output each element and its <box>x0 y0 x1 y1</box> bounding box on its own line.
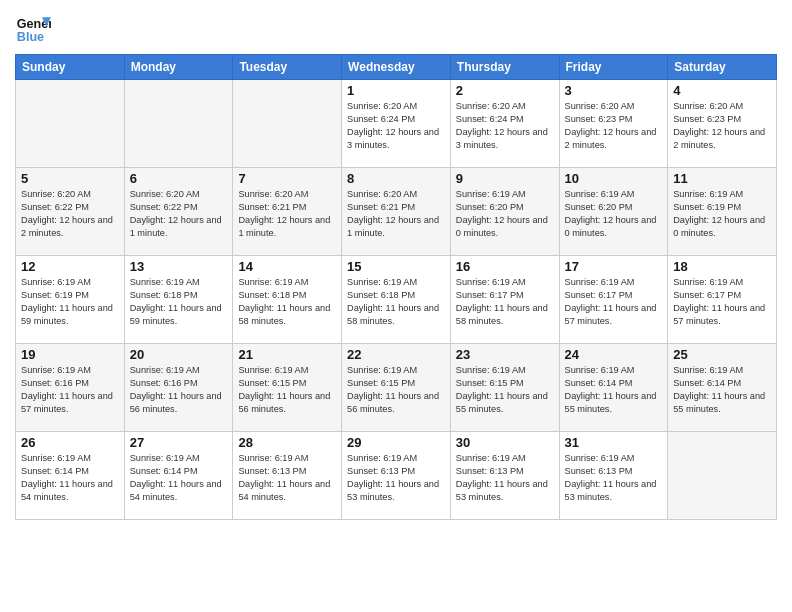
calendar-table: SundayMondayTuesdayWednesdayThursdayFrid… <box>15 54 777 520</box>
calendar-cell: 23Sunrise: 6:19 AM Sunset: 6:15 PM Dayli… <box>450 344 559 432</box>
calendar-cell <box>16 80 125 168</box>
calendar-cell: 29Sunrise: 6:19 AM Sunset: 6:13 PM Dayli… <box>342 432 451 520</box>
day-info: Sunrise: 6:20 AM Sunset: 6:24 PM Dayligh… <box>347 100 445 152</box>
day-number: 9 <box>456 171 554 186</box>
calendar-cell: 31Sunrise: 6:19 AM Sunset: 6:13 PM Dayli… <box>559 432 668 520</box>
calendar-cell: 24Sunrise: 6:19 AM Sunset: 6:14 PM Dayli… <box>559 344 668 432</box>
calendar-week-3: 19Sunrise: 6:19 AM Sunset: 6:16 PM Dayli… <box>16 344 777 432</box>
day-number: 16 <box>456 259 554 274</box>
day-info: Sunrise: 6:20 AM Sunset: 6:21 PM Dayligh… <box>238 188 336 240</box>
calendar-cell: 14Sunrise: 6:19 AM Sunset: 6:18 PM Dayli… <box>233 256 342 344</box>
header: General Blue <box>15 10 777 46</box>
calendar-cell: 19Sunrise: 6:19 AM Sunset: 6:16 PM Dayli… <box>16 344 125 432</box>
calendar-cell: 11Sunrise: 6:19 AM Sunset: 6:19 PM Dayli… <box>668 168 777 256</box>
day-info: Sunrise: 6:19 AM Sunset: 6:16 PM Dayligh… <box>21 364 119 416</box>
calendar-cell: 7Sunrise: 6:20 AM Sunset: 6:21 PM Daylig… <box>233 168 342 256</box>
day-info: Sunrise: 6:19 AM Sunset: 6:13 PM Dayligh… <box>456 452 554 504</box>
day-number: 6 <box>130 171 228 186</box>
day-number: 12 <box>21 259 119 274</box>
calendar-cell: 8Sunrise: 6:20 AM Sunset: 6:21 PM Daylig… <box>342 168 451 256</box>
day-info: Sunrise: 6:19 AM Sunset: 6:15 PM Dayligh… <box>238 364 336 416</box>
day-number: 2 <box>456 83 554 98</box>
calendar-cell: 21Sunrise: 6:19 AM Sunset: 6:15 PM Dayli… <box>233 344 342 432</box>
weekday-header-monday: Monday <box>124 55 233 80</box>
day-info: Sunrise: 6:19 AM Sunset: 6:13 PM Dayligh… <box>565 452 663 504</box>
day-info: Sunrise: 6:20 AM Sunset: 6:22 PM Dayligh… <box>21 188 119 240</box>
day-info: Sunrise: 6:19 AM Sunset: 6:14 PM Dayligh… <box>21 452 119 504</box>
day-number: 19 <box>21 347 119 362</box>
calendar-cell <box>233 80 342 168</box>
calendar-cell: 28Sunrise: 6:19 AM Sunset: 6:13 PM Dayli… <box>233 432 342 520</box>
calendar-cell: 1Sunrise: 6:20 AM Sunset: 6:24 PM Daylig… <box>342 80 451 168</box>
weekday-header-thursday: Thursday <box>450 55 559 80</box>
day-number: 15 <box>347 259 445 274</box>
day-number: 8 <box>347 171 445 186</box>
day-number: 29 <box>347 435 445 450</box>
calendar-cell: 13Sunrise: 6:19 AM Sunset: 6:18 PM Dayli… <box>124 256 233 344</box>
weekday-header-saturday: Saturday <box>668 55 777 80</box>
calendar-cell: 25Sunrise: 6:19 AM Sunset: 6:14 PM Dayli… <box>668 344 777 432</box>
day-number: 4 <box>673 83 771 98</box>
day-info: Sunrise: 6:19 AM Sunset: 6:15 PM Dayligh… <box>347 364 445 416</box>
day-number: 24 <box>565 347 663 362</box>
calendar-cell: 17Sunrise: 6:19 AM Sunset: 6:17 PM Dayli… <box>559 256 668 344</box>
calendar-cell: 20Sunrise: 6:19 AM Sunset: 6:16 PM Dayli… <box>124 344 233 432</box>
day-number: 11 <box>673 171 771 186</box>
day-info: Sunrise: 6:19 AM Sunset: 6:13 PM Dayligh… <box>347 452 445 504</box>
day-info: Sunrise: 6:19 AM Sunset: 6:20 PM Dayligh… <box>565 188 663 240</box>
day-number: 28 <box>238 435 336 450</box>
day-number: 5 <box>21 171 119 186</box>
day-number: 20 <box>130 347 228 362</box>
day-number: 13 <box>130 259 228 274</box>
calendar-cell: 9Sunrise: 6:19 AM Sunset: 6:20 PM Daylig… <box>450 168 559 256</box>
calendar-cell: 15Sunrise: 6:19 AM Sunset: 6:18 PM Dayli… <box>342 256 451 344</box>
calendar-cell: 12Sunrise: 6:19 AM Sunset: 6:19 PM Dayli… <box>16 256 125 344</box>
weekday-header-row: SundayMondayTuesdayWednesdayThursdayFrid… <box>16 55 777 80</box>
calendar-cell: 4Sunrise: 6:20 AM Sunset: 6:23 PM Daylig… <box>668 80 777 168</box>
day-info: Sunrise: 6:19 AM Sunset: 6:20 PM Dayligh… <box>456 188 554 240</box>
day-number: 18 <box>673 259 771 274</box>
day-number: 31 <box>565 435 663 450</box>
day-number: 1 <box>347 83 445 98</box>
calendar-cell: 5Sunrise: 6:20 AM Sunset: 6:22 PM Daylig… <box>16 168 125 256</box>
day-info: Sunrise: 6:19 AM Sunset: 6:17 PM Dayligh… <box>673 276 771 328</box>
day-info: Sunrise: 6:19 AM Sunset: 6:18 PM Dayligh… <box>130 276 228 328</box>
day-number: 23 <box>456 347 554 362</box>
day-number: 14 <box>238 259 336 274</box>
weekday-header-friday: Friday <box>559 55 668 80</box>
calendar-week-4: 26Sunrise: 6:19 AM Sunset: 6:14 PM Dayli… <box>16 432 777 520</box>
day-info: Sunrise: 6:20 AM Sunset: 6:21 PM Dayligh… <box>347 188 445 240</box>
weekday-header-tuesday: Tuesday <box>233 55 342 80</box>
day-info: Sunrise: 6:19 AM Sunset: 6:14 PM Dayligh… <box>130 452 228 504</box>
day-info: Sunrise: 6:19 AM Sunset: 6:17 PM Dayligh… <box>456 276 554 328</box>
day-info: Sunrise: 6:19 AM Sunset: 6:14 PM Dayligh… <box>565 364 663 416</box>
day-info: Sunrise: 6:20 AM Sunset: 6:23 PM Dayligh… <box>565 100 663 152</box>
svg-text:Blue: Blue <box>17 30 44 44</box>
day-number: 25 <box>673 347 771 362</box>
day-number: 21 <box>238 347 336 362</box>
day-number: 7 <box>238 171 336 186</box>
calendar-cell: 10Sunrise: 6:19 AM Sunset: 6:20 PM Dayli… <box>559 168 668 256</box>
calendar-week-0: 1Sunrise: 6:20 AM Sunset: 6:24 PM Daylig… <box>16 80 777 168</box>
day-info: Sunrise: 6:19 AM Sunset: 6:19 PM Dayligh… <box>21 276 119 328</box>
calendar-cell: 26Sunrise: 6:19 AM Sunset: 6:14 PM Dayli… <box>16 432 125 520</box>
day-info: Sunrise: 6:19 AM Sunset: 6:18 PM Dayligh… <box>347 276 445 328</box>
calendar-cell: 16Sunrise: 6:19 AM Sunset: 6:17 PM Dayli… <box>450 256 559 344</box>
day-number: 26 <box>21 435 119 450</box>
day-info: Sunrise: 6:19 AM Sunset: 6:16 PM Dayligh… <box>130 364 228 416</box>
calendar-week-1: 5Sunrise: 6:20 AM Sunset: 6:22 PM Daylig… <box>16 168 777 256</box>
day-info: Sunrise: 6:19 AM Sunset: 6:14 PM Dayligh… <box>673 364 771 416</box>
day-number: 3 <box>565 83 663 98</box>
calendar-cell: 6Sunrise: 6:20 AM Sunset: 6:22 PM Daylig… <box>124 168 233 256</box>
day-info: Sunrise: 6:20 AM Sunset: 6:22 PM Dayligh… <box>130 188 228 240</box>
weekday-header-wednesday: Wednesday <box>342 55 451 80</box>
calendar-cell: 3Sunrise: 6:20 AM Sunset: 6:23 PM Daylig… <box>559 80 668 168</box>
day-info: Sunrise: 6:19 AM Sunset: 6:13 PM Dayligh… <box>238 452 336 504</box>
day-number: 17 <box>565 259 663 274</box>
day-info: Sunrise: 6:19 AM Sunset: 6:18 PM Dayligh… <box>238 276 336 328</box>
day-info: Sunrise: 6:19 AM Sunset: 6:15 PM Dayligh… <box>456 364 554 416</box>
calendar-week-2: 12Sunrise: 6:19 AM Sunset: 6:19 PM Dayli… <box>16 256 777 344</box>
day-number: 22 <box>347 347 445 362</box>
day-info: Sunrise: 6:19 AM Sunset: 6:17 PM Dayligh… <box>565 276 663 328</box>
logo-icon: General Blue <box>15 10 51 46</box>
